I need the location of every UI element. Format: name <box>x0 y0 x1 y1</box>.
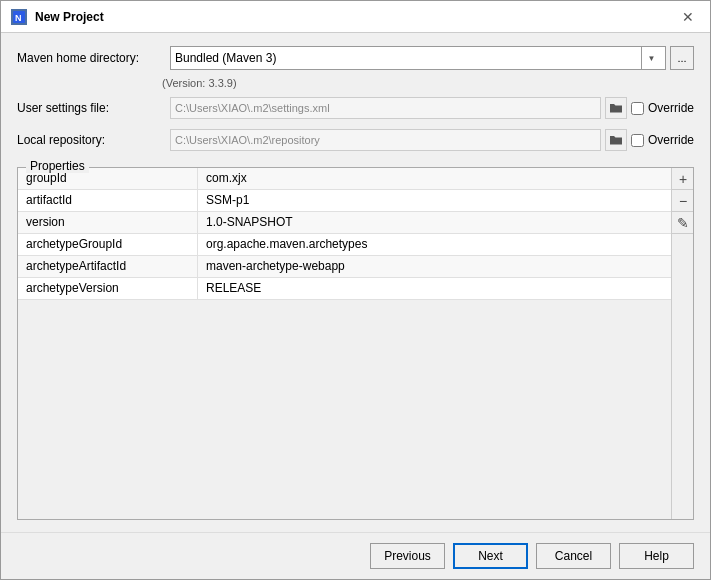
local-repo-row: Local repository: Override <box>17 127 694 153</box>
properties-actions: + − ✎ <box>671 168 693 519</box>
new-project-dialog: N New Project ✕ Maven home directory: Bu… <box>0 0 711 580</box>
app-icon: N <box>11 9 27 25</box>
properties-group-title: Properties <box>26 159 89 173</box>
cancel-button[interactable]: Cancel <box>536 543 611 569</box>
svg-text:N: N <box>15 13 22 23</box>
table-row[interactable]: artifactIdSSM-p1 <box>18 190 671 212</box>
user-settings-row: User settings file: Override <box>17 95 694 121</box>
previous-button[interactable]: Previous <box>370 543 445 569</box>
user-settings-override-text: Override <box>648 101 694 115</box>
property-value: org.apache.maven.archetypes <box>198 234 671 255</box>
table-row[interactable]: archetypeArtifactIdmaven-archetype-webap… <box>18 256 671 278</box>
property-key: archetypeVersion <box>18 278 198 299</box>
combo-arrow-icon: ▼ <box>641 47 661 69</box>
local-repo-input[interactable] <box>170 129 601 151</box>
user-settings-input[interactable] <box>170 97 601 119</box>
local-repo-override-label: Override <box>631 133 694 147</box>
user-settings-override-label: Override <box>631 101 694 115</box>
maven-version: (Version: 3.3.9) <box>162 77 694 89</box>
properties-group: Properties groupIdcom.xjxartifactIdSSM-p… <box>17 167 694 520</box>
next-button[interactable]: Next <box>453 543 528 569</box>
property-value: com.xjx <box>198 168 671 189</box>
property-key: artifactId <box>18 190 198 211</box>
properties-container: groupIdcom.xjxartifactIdSSM-p1version1.0… <box>18 168 693 519</box>
user-settings-folder-button[interactable] <box>605 97 627 119</box>
dialog-body: Maven home directory: Bundled (Maven 3) … <box>1 33 710 532</box>
maven-home-row: Maven home directory: Bundled (Maven 3) … <box>17 45 694 71</box>
user-settings-input-group: Override <box>170 97 694 119</box>
remove-property-button[interactable]: − <box>672 190 693 212</box>
properties-table: groupIdcom.xjxartifactIdSSM-p1version1.0… <box>18 168 671 519</box>
local-repo-label: Local repository: <box>17 133 162 147</box>
close-button[interactable]: ✕ <box>676 5 700 29</box>
local-repo-override-checkbox[interactable] <box>631 134 644 147</box>
maven-home-label: Maven home directory: <box>17 51 162 65</box>
help-button[interactable]: Help <box>619 543 694 569</box>
table-row[interactable]: version1.0-SNAPSHOT <box>18 212 671 234</box>
maven-home-selected: Bundled (Maven 3) <box>175 51 641 65</box>
maven-home-ellipsis-button[interactable]: ... <box>670 46 694 70</box>
property-value: SSM-p1 <box>198 190 671 211</box>
maven-home-combo[interactable]: Bundled (Maven 3) ▼ <box>170 46 666 70</box>
title-bar: N New Project ✕ <box>1 1 710 33</box>
add-property-button[interactable]: + <box>672 168 693 190</box>
title-bar-left: N New Project <box>11 9 104 25</box>
dialog-title: New Project <box>35 10 104 24</box>
user-settings-override-checkbox[interactable] <box>631 102 644 115</box>
table-row[interactable]: groupIdcom.xjx <box>18 168 671 190</box>
maven-home-input-group: Bundled (Maven 3) ▼ ... <box>170 46 694 70</box>
property-value: 1.0-SNAPSHOT <box>198 212 671 233</box>
user-settings-label: User settings file: <box>17 101 162 115</box>
property-key: archetypeArtifactId <box>18 256 198 277</box>
local-repo-override-text: Override <box>648 133 694 147</box>
dialog-footer: Previous Next Cancel Help <box>1 532 710 579</box>
table-row[interactable]: archetypeVersionRELEASE <box>18 278 671 300</box>
local-repo-folder-button[interactable] <box>605 129 627 151</box>
property-value: maven-archetype-webapp <box>198 256 671 277</box>
property-value: RELEASE <box>198 278 671 299</box>
property-key: archetypeGroupId <box>18 234 198 255</box>
table-row[interactable]: archetypeGroupIdorg.apache.maven.archety… <box>18 234 671 256</box>
local-repo-input-group: Override <box>170 129 694 151</box>
property-key: version <box>18 212 198 233</box>
edit-property-button[interactable]: ✎ <box>672 212 693 234</box>
